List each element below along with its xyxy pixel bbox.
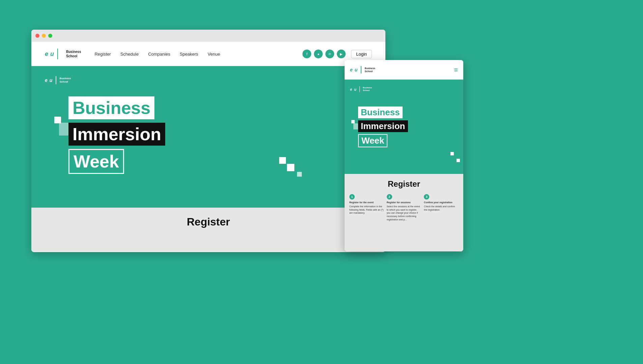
hero-eu-logo: e u Business School [45,76,71,84]
mobile-step-3: 3 Confirm your registration Check the de… [424,194,459,211]
step-2-title: Register for sessions [387,201,421,204]
mobile-register-title: Register [349,179,459,189]
mobile-hero-school-name: Business School [363,87,372,92]
mobile-deco-square-right-2 [457,159,460,162]
title-week: Week [68,149,124,174]
step-1-number: 1 [349,194,355,200]
title-business: Business [68,96,154,119]
hero-eu-letter-e: e [45,78,48,83]
facebook-icon[interactable]: f [302,50,311,58]
deco-square-right-2 [287,164,294,171]
eu-logo: e u Business School [45,49,81,59]
step-1-title: Register for the event [349,201,384,204]
logo-divider [57,49,58,59]
hero-title-block: Business Immersion Week [68,96,165,174]
nav-social-icons: f ● in ▶ Login [302,50,372,58]
browser-titlebar [31,30,385,42]
step-3-number: 3 [424,194,429,200]
register-title: Register [187,216,230,228]
nav-companies[interactable]: Companies [148,52,170,57]
mobile-title-business: Business [358,107,403,118]
deco-square-right-3 [297,172,302,177]
eu-letter-u: u [50,51,54,58]
register-section: Register [31,208,385,251]
mobile-deco-square-left-1 [351,120,355,123]
mobile-register-section: Register 1 Register for the event Comple… [345,174,463,251]
mobile-step-2: 2 Register for sessions Select the sessi… [387,194,421,221]
mobile-step-1: 1 Register for the event Complete the in… [349,194,384,215]
instagram-icon[interactable]: ● [314,50,323,58]
traffic-light-green[interactable] [48,34,52,38]
mobile-steps: 1 Register for the event Complete the in… [349,194,459,221]
nav-links: Register Schedule Companies Speakers Ven… [94,52,220,57]
eu-letter-e: e [45,51,48,58]
mobile-title-block: Business Immersion Week [358,107,408,147]
site-navigation: e u Business School Register Schedule Co… [31,42,385,66]
deco-square-right-1 [279,157,286,164]
mobile-eu-u: u [355,67,358,72]
hero-logo-divider [56,76,56,84]
mobile-hero-logo: e u Business School [350,86,458,92]
mobile-hero-divider [359,86,360,92]
mobile-title-immersion: Immersion [358,120,408,132]
step-2-number: 2 [387,194,392,200]
mobile-school-name: Business School [365,67,375,73]
mobile-browser-window: e u Business School ≡ e u Business Schoo… [345,60,463,251]
mobile-logo-divider [361,66,361,73]
step-2-desc: Select the sessions at the event to whic… [387,205,421,221]
mobile-hero-eu-e: e [350,87,352,91]
nav-venue[interactable]: Venue [208,52,220,57]
hero-section: e u Business School Business Immersion [31,66,385,208]
title-immersion: Immersion [68,123,165,146]
mobile-eu-logo: e u Business School [350,66,375,73]
mobile-navigation: e u Business School ≡ [345,60,463,80]
school-name: Business School [66,50,81,58]
step-3-desc: Check the details and confirm the regist… [424,205,459,212]
mobile-hero-section: e u Business School Business Immersion W… [345,80,463,174]
mobile-deco-square-right-1 [450,152,454,155]
hero-school-name: Business School [60,77,71,84]
login-button[interactable]: Login [351,50,372,58]
step-3-title: Confirm your registration [424,201,459,204]
youtube-icon[interactable]: ▶ [337,50,346,58]
hamburger-menu-icon[interactable]: ≡ [454,66,458,74]
nav-speakers[interactable]: Speakers [180,52,198,57]
nav-register[interactable]: Register [94,52,111,57]
step-1-desc: Complete the information in the followin… [349,205,384,215]
mobile-title-week: Week [358,134,387,147]
mobile-hero-eu-u: u [354,87,356,91]
mobile-browser-content: e u Business School ≡ e u Business Schoo… [345,60,463,251]
traffic-light-yellow[interactable] [42,34,46,38]
main-browser-content: e u Business School Register Schedule Co… [31,42,385,252]
mobile-eu-e: e [350,67,353,72]
linkedin-icon[interactable]: in [325,50,334,58]
traffic-light-red[interactable] [35,34,39,38]
nav-schedule[interactable]: Schedule [120,52,139,57]
hero-eu-letter-u: u [50,78,53,83]
main-browser-window: e u Business School Register Schedule Co… [31,30,385,252]
